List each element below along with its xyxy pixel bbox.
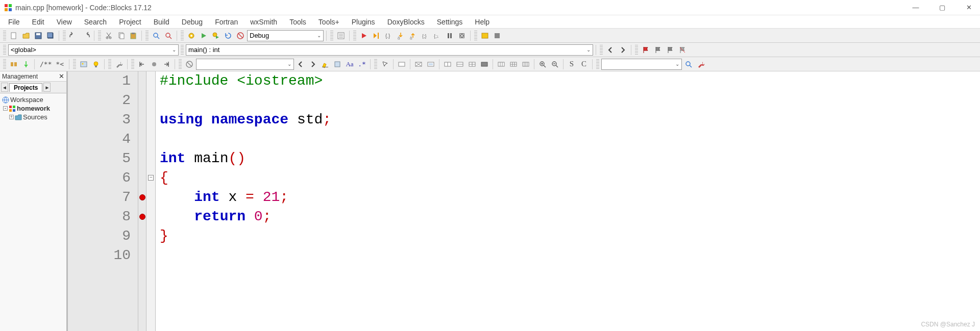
breakpoint-icon[interactable] (139, 214, 145, 220)
bulb-button[interactable] (90, 59, 102, 70)
run-button[interactable] (198, 30, 209, 41)
toolbar-grip[interactable] (596, 59, 599, 69)
tree-project[interactable]: - homework (1, 104, 65, 113)
toolbar-grip[interactable] (145, 31, 149, 41)
tree-sources[interactable]: + Sources (1, 113, 65, 121)
regex-button[interactable]: .* (356, 59, 368, 70)
s-button[interactable]: S (566, 59, 577, 70)
step-out-button[interactable]: {} (407, 30, 419, 41)
bookmark-clear-button[interactable] (677, 44, 688, 56)
minimize-button[interactable]: — (909, 4, 923, 11)
replace-button[interactable] (163, 30, 174, 41)
next-instr-button[interactable]: {;} (420, 30, 431, 41)
paste-button[interactable] (128, 30, 139, 41)
c-button[interactable]: C (578, 59, 590, 70)
build-target-combo[interactable]: Debug⌄ (247, 30, 324, 41)
redo-button[interactable] (80, 30, 91, 41)
toolbar-grip[interactable] (330, 31, 333, 41)
grid3-button[interactable] (520, 59, 531, 70)
menu-help[interactable]: Help (470, 17, 495, 27)
close-button[interactable]: ✕ (962, 4, 976, 11)
grid2-button[interactable] (508, 59, 519, 70)
layout1-button[interactable] (442, 59, 453, 70)
selection-button[interactable] (332, 59, 343, 70)
menu-file[interactable]: File (3, 17, 25, 27)
code-area[interactable]: #include <iostream> using namespace std;… (156, 71, 980, 331)
debug-windows-button[interactable] (479, 30, 491, 41)
tab-nav-next[interactable]: ► (43, 83, 51, 92)
layout2-button[interactable] (454, 59, 465, 70)
function-combo[interactable]: main() : int⌄ (186, 44, 593, 56)
tree-workspace[interactable]: Workspace (1, 95, 65, 104)
nav-forward-button[interactable] (617, 44, 628, 56)
highlight-button[interactable] (320, 59, 331, 70)
match-case-button[interactable]: Aa (344, 59, 355, 70)
stop-debug-button[interactable] (456, 30, 468, 41)
config-button[interactable] (695, 59, 706, 70)
save-button[interactable] (33, 30, 44, 41)
scope-combo[interactable]: <global>⌄ (8, 44, 179, 56)
commit-button[interactable] (20, 59, 32, 70)
next-line-button[interactable]: {.} (383, 30, 394, 41)
panel2-button[interactable] (413, 59, 424, 70)
expand-icon[interactable]: - (3, 106, 8, 111)
toolbar-grip[interactable] (98, 31, 101, 41)
layout3-button[interactable] (467, 59, 478, 70)
toolbar-grip[interactable] (179, 59, 182, 69)
debug-run-button[interactable] (358, 30, 370, 41)
search-prev-button[interactable] (295, 59, 306, 70)
open-button[interactable] (20, 30, 32, 41)
menu-fortran[interactable]: Fortran (210, 17, 243, 27)
diff-button[interactable] (8, 59, 19, 70)
cut-button[interactable] (103, 30, 114, 41)
toolbar-grip[interactable] (131, 59, 134, 69)
toolbar-grip[interactable] (73, 59, 76, 69)
code-editor[interactable]: 1 2 3 4 5 6 7 8 9 10 − #include <iostrea… (67, 71, 980, 331)
menu-build[interactable]: Build (149, 17, 175, 27)
toolbar-grip[interactable] (108, 59, 111, 69)
new-file-button[interactable] (8, 30, 19, 41)
zoom-in-button[interactable] (537, 59, 548, 70)
undo-button[interactable] (68, 30, 79, 41)
breakpoint-column[interactable] (138, 71, 146, 331)
run-to-cursor-button[interactable] (371, 30, 382, 41)
break-button[interactable] (444, 30, 455, 41)
jump-forward-button[interactable] (161, 59, 172, 70)
nav-back-button[interactable] (605, 44, 616, 56)
toolbar-grip[interactable] (181, 45, 184, 55)
menu-debug[interactable]: Debug (177, 17, 208, 27)
toolbar-grip[interactable] (600, 45, 603, 55)
comment-block-button[interactable]: /** *< (37, 59, 66, 70)
toolbar-grip[interactable] (374, 59, 377, 69)
search-symbol-button[interactable] (683, 59, 694, 70)
toolbar-grip[interactable] (3, 45, 6, 55)
zoom-out-button[interactable] (549, 59, 560, 70)
menu-plugins[interactable]: Plugins (347, 17, 380, 27)
tab-projects[interactable]: Projects (9, 83, 42, 92)
toolbar-grip[interactable] (635, 45, 638, 55)
menu-wxsmith[interactable]: wxSmith (245, 17, 282, 27)
abort-button[interactable] (235, 30, 246, 41)
expand-icon[interactable]: + (9, 115, 14, 119)
toolbar-grip[interactable] (353, 31, 356, 41)
search-combo[interactable]: ⌄ (196, 59, 294, 70)
bookmark-prev-button[interactable] (652, 44, 664, 56)
toolbar-grip[interactable] (181, 31, 184, 41)
step-into-button[interactable]: {} (395, 30, 406, 41)
no-button[interactable] (184, 59, 195, 70)
build-button[interactable] (186, 30, 197, 41)
toolbar-grip[interactable] (63, 31, 66, 41)
toolbar-grip[interactable] (3, 31, 6, 41)
tab-nav-prev[interactable]: ◄ (1, 83, 8, 92)
layout4-button[interactable] (479, 59, 490, 70)
menu-settings[interactable]: Settings (432, 17, 468, 27)
wrench-button[interactable] (113, 59, 125, 70)
menu-edit[interactable]: Edit (27, 17, 50, 27)
toolbar-grip[interactable] (3, 59, 6, 69)
maximize-button[interactable]: ▢ (935, 4, 949, 11)
options-button[interactable] (335, 30, 347, 41)
flag-red-button[interactable] (640, 44, 651, 56)
menu-search[interactable]: Search (79, 17, 112, 27)
image-button[interactable] (78, 59, 89, 70)
toolbar-grip[interactable] (474, 31, 477, 41)
